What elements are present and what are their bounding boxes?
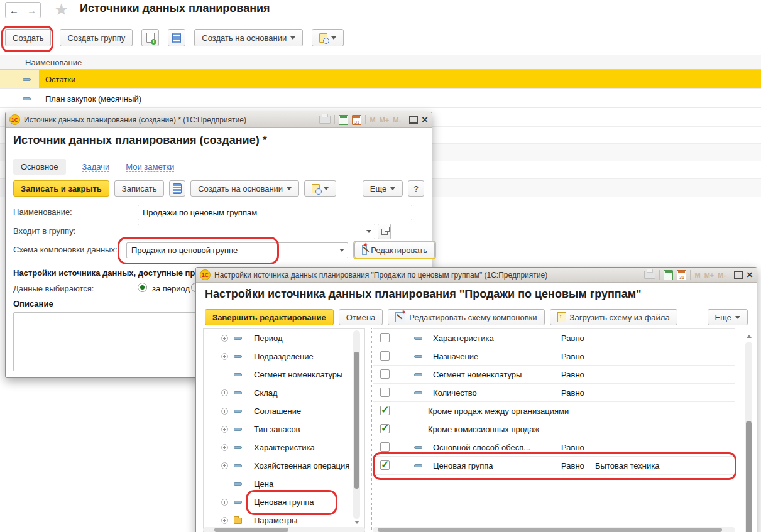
more-button[interactable]: Еще	[708, 309, 748, 325]
condition-checkbox[interactable]	[380, 351, 390, 361]
list-row[interactable]: Остатки	[0, 70, 761, 89]
tree-item[interactable]: Ценовая группа	[204, 493, 364, 511]
condition-checkbox[interactable]	[380, 442, 390, 452]
tab-tasks[interactable]: Задачи	[82, 162, 110, 172]
scroll-up-icon[interactable]	[747, 335, 752, 338]
memory-mplus-button[interactable]: M+	[380, 116, 390, 124]
condition-checkbox[interactable]	[380, 333, 390, 342]
expand-plus-icon[interactable]	[221, 389, 228, 396]
dropdown-button[interactable]	[336, 243, 348, 258]
panel-splitter[interactable]	[366, 328, 372, 532]
condition-checkbox[interactable]	[380, 424, 390, 433]
maximize-button[interactable]	[409, 116, 418, 124]
forward-button[interactable]: →	[23, 3, 40, 18]
condition-row[interactable]: Основной способ обесп...Равно	[373, 438, 735, 457]
tree-vertical-scrollbar[interactable]	[353, 330, 360, 519]
save-button[interactable]: Записать	[114, 180, 165, 197]
condition-row[interactable]: Ценовая группаРавноБытовая техника	[373, 457, 735, 475]
edit-schema-button[interactable]: Редактировать схему компоновки	[388, 309, 544, 325]
condition-row[interactable]: НазначениеРавно	[373, 347, 735, 366]
dialog-titlebar[interactable]: 1С Настройки источника данных планирован…	[196, 268, 757, 283]
memory-mminus-button[interactable]: M-	[718, 271, 726, 279]
memory-mplus-button[interactable]: M+	[704, 271, 714, 279]
tree-item[interactable]: Хозяйственная операция	[204, 457, 364, 475]
expand-plus-icon[interactable]	[221, 408, 228, 415]
maximize-button[interactable]	[734, 271, 743, 279]
save-close-button[interactable]: Записать и закрыть	[13, 180, 109, 197]
name-field[interactable]: Продажи по ценовым группам	[138, 205, 412, 220]
condition-row[interactable]: ХарактеристикаРавно	[373, 329, 735, 347]
expand-plus-icon[interactable]	[221, 499, 228, 506]
close-button[interactable]: ×	[422, 114, 428, 125]
period-radio-label[interactable]: за период	[152, 284, 190, 293]
expand-plus-icon[interactable]	[221, 335, 228, 342]
dialog-titlebar[interactable]: 1С Источник данных планирования (создани…	[6, 112, 432, 128]
expand-plus-icon[interactable]	[221, 444, 228, 451]
conditions-horizontal-scrollbar[interactable]	[373, 527, 735, 532]
create-button[interactable]: Создать	[5, 29, 51, 46]
condition-row[interactable]: Сегмент номенклатурыРавно	[373, 366, 735, 384]
cancel-button[interactable]: Отмена	[339, 309, 383, 325]
finish-editing-button[interactable]: Завершить редактирование	[205, 309, 334, 325]
condition-checkbox[interactable]	[380, 406, 390, 415]
print-icon[interactable]	[644, 271, 655, 279]
tree-item[interactable]: Характеристика	[204, 438, 364, 457]
scrollbar-thumb[interactable]	[354, 352, 359, 489]
memory-m-button[interactable]: M	[694, 271, 700, 279]
condition-row[interactable]: Кроме продаж между организациями	[373, 402, 735, 420]
load-schema-button[interactable]: Загрузить схему из файла	[550, 309, 677, 325]
create-group-button[interactable]: Создать группу	[60, 29, 133, 46]
back-button[interactable]: ←	[6, 3, 23, 18]
list-settings-button[interactable]	[168, 29, 185, 46]
close-button[interactable]: ×	[747, 269, 753, 280]
report-button[interactable]	[304, 180, 336, 197]
conditions-vertical-scrollbar[interactable]	[745, 342, 752, 532]
tree-item[interactable]: Период	[204, 329, 364, 347]
scrollbar-thumb[interactable]	[214, 528, 288, 532]
condition-row[interactable]: Кроме комиссионных продаж	[373, 420, 735, 438]
scrollbar-thumb[interactable]	[378, 528, 722, 532]
schema-field[interactable]: Продажи по ценовой группе	[126, 242, 348, 258]
expand-plus-icon[interactable]	[221, 353, 228, 360]
report-button[interactable]	[312, 29, 344, 46]
create-based-on-button[interactable]: Создать на основании	[194, 29, 303, 46]
expand-plus-icon[interactable]	[221, 517, 228, 524]
list-row[interactable]: План закупок (месячный)	[0, 90, 761, 108]
scroll-down-icon[interactable]	[354, 521, 359, 524]
create-based-on-button[interactable]: Создать на основании	[190, 180, 299, 197]
tree-item[interactable]: Сегмент номенклатуры	[204, 366, 364, 384]
new-document-button[interactable]	[141, 29, 159, 46]
tree-horizontal-scrollbar[interactable]	[203, 527, 365, 532]
more-button[interactable]: Еще	[363, 180, 403, 197]
expand-plus-icon[interactable]	[221, 426, 228, 433]
condition-checkbox[interactable]	[380, 388, 390, 397]
help-button[interactable]: ?	[408, 180, 424, 197]
calculator-icon[interactable]	[664, 270, 673, 280]
tree-item[interactable]: Цена	[204, 475, 364, 493]
list-settings-button[interactable]	[169, 180, 185, 197]
calendar-icon[interactable]: 31	[352, 115, 361, 125]
expand-plus-icon[interactable]	[221, 462, 228, 469]
calculator-icon[interactable]	[339, 115, 348, 125]
calendar-icon[interactable]: 31	[677, 270, 686, 280]
tree-item[interactable]: Подразделение	[204, 347, 364, 366]
favorite-star-icon[interactable]: ★	[54, 0, 68, 19]
open-group-button[interactable]	[378, 224, 391, 239]
condition-checkbox[interactable]	[380, 369, 390, 379]
tree-item[interactable]: Склад	[204, 384, 364, 402]
memory-m-button[interactable]: M	[370, 116, 375, 124]
condition-checkbox[interactable]	[380, 460, 390, 470]
list-column-header[interactable]: Наименование	[0, 55, 761, 70]
tree-item[interactable]: Тип запасов	[204, 420, 364, 438]
tree-item[interactable]: Соглашение	[204, 402, 364, 420]
dropdown-button[interactable]	[363, 224, 375, 239]
tab-main[interactable]: Основное	[13, 159, 66, 175]
period-radio[interactable]	[138, 283, 147, 292]
edit-schema-button[interactable]: Редактировать	[354, 242, 435, 258]
condition-row[interactable]: КоличествоРавно	[373, 384, 735, 402]
print-icon[interactable]	[319, 116, 331, 124]
scrollbar-thumb[interactable]	[746, 421, 752, 532]
tab-notes[interactable]: Мои заметки	[126, 162, 174, 172]
group-field[interactable]	[138, 224, 375, 239]
memory-mminus-button[interactable]: M-	[393, 116, 401, 124]
